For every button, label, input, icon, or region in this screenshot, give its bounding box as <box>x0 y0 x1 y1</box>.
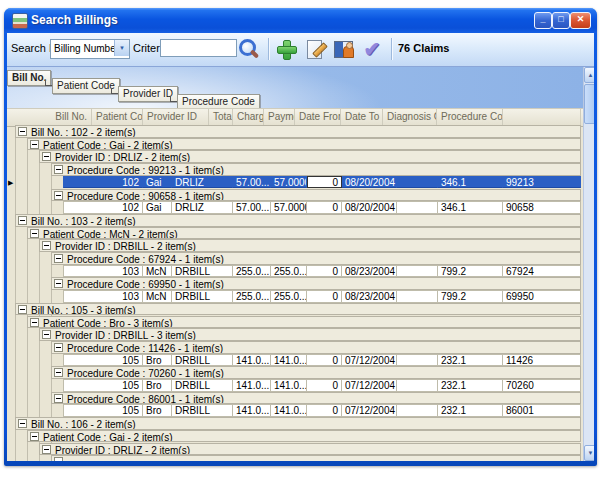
cell-procedure-code[interactable]: 67924 <box>503 265 581 278</box>
cell-charges[interactable]: 141.0... <box>271 379 307 392</box>
close-button[interactable]: ✕ <box>570 12 591 29</box>
collapse-icon[interactable] <box>42 445 51 454</box>
cell-charges[interactable]: 141.0... <box>271 354 307 367</box>
cell-patient-code[interactable]: Bro <box>143 379 172 392</box>
cell-payments[interactable]: 0 <box>307 354 342 367</box>
titlebar[interactable]: Search Billings _ □ ✕ <box>4 8 597 33</box>
cell-payments[interactable]: 0 <box>307 265 342 278</box>
cell-diagnosis-code[interactable]: 232.1 <box>438 404 503 417</box>
cell-diagnosis-code[interactable]: 799.2 <box>438 265 503 278</box>
cell-bill-no[interactable]: 105 <box>63 379 143 392</box>
cell-total[interactable]: 141.0... <box>233 404 271 417</box>
group-row[interactable]: Patient Code : Bro - 3 item(s) <box>27 316 581 329</box>
cell-bill-no[interactable]: 105 <box>63 354 143 367</box>
cell-date-from[interactable]: 08/20/2004 <box>342 176 397 189</box>
group-row[interactable]: Patient Code : Gai - 2 item(s) <box>27 430 581 443</box>
data-row[interactable]: 103McNDRBILL255.0...255.0...008/23/20047… <box>63 290 581 303</box>
cell-payments[interactable]: 0 <box>307 176 342 189</box>
vertical-scrollbar[interactable]: ▲ ▼ <box>583 67 594 461</box>
cell-provider-id[interactable]: DRBILL <box>172 379 233 392</box>
cell-total[interactable]: 255.0... <box>233 265 271 278</box>
group-row[interactable]: Bill No. : 106 - 2 item(s) <box>15 417 581 430</box>
data-row[interactable]: 105BroDRBILL141.0...141.0...007/12/20042… <box>63 354 581 367</box>
cell-charges[interactable]: 57.0000 <box>271 201 307 214</box>
collapse-icon[interactable] <box>42 241 51 250</box>
cell-total[interactable]: 141.0... <box>233 379 271 392</box>
edit-icon[interactable] <box>304 38 328 62</box>
collapse-icon[interactable] <box>54 368 63 377</box>
cell-charges[interactable]: 57.0000 <box>271 176 307 189</box>
cell-payments[interactable]: 0 <box>307 379 342 392</box>
cell-provider-id[interactable]: DRBILL <box>172 265 233 278</box>
criteria-input[interactable] <box>160 39 237 57</box>
collapse-icon[interactable] <box>30 140 39 149</box>
cell-date-to[interactable] <box>397 201 438 214</box>
cell-date-to[interactable] <box>397 379 438 392</box>
cell-date-from[interactable]: 08/20/2004 <box>342 201 397 214</box>
collapse-icon[interactable] <box>18 305 27 314</box>
collapse-icon[interactable] <box>54 279 63 288</box>
collapse-icon[interactable] <box>42 330 51 339</box>
post-icon[interactable]: ✔ <box>360 38 384 62</box>
cell-procedure-code[interactable]: 70260 <box>503 379 581 392</box>
scrollbar-thumb[interactable] <box>584 84 594 124</box>
cell-patient-code[interactable]: Bro <box>143 354 172 367</box>
cell-total[interactable]: 255.0... <box>233 290 271 303</box>
data-row[interactable]: 105BroDRBILL141.0...141.0...007/12/20042… <box>63 379 581 392</box>
cell-payments[interactable]: 0 <box>307 290 342 303</box>
group-row[interactable]: Procedure Code : 86001 - 1 item(s) <box>51 392 581 405</box>
cell-procedure-code[interactable]: 90658 <box>503 201 581 214</box>
collapse-icon[interactable] <box>18 216 27 225</box>
scroll-down-icon[interactable]: ▼ <box>584 445 594 461</box>
cell-procedure-code[interactable]: 99213 <box>503 176 581 189</box>
cell-procedure-code[interactable]: 11426 <box>503 354 581 367</box>
report-icon[interactable] <box>332 38 356 62</box>
cell-bill-no[interactable]: 102 <box>63 176 143 189</box>
collapse-icon[interactable] <box>54 457 63 461</box>
data-row[interactable]: 102GaiDRLIZ57.00...57.0000008/20/2004346… <box>63 201 581 214</box>
cell-patient-code[interactable]: McN <box>143 265 172 278</box>
cell-provider-id[interactable]: DRBILL <box>172 404 233 417</box>
cell-procedure-code[interactable]: 69950 <box>503 290 581 303</box>
search-by-dropdown[interactable]: Billing Number ▼ <box>50 39 130 59</box>
cell-date-from[interactable]: 08/23/2004 <box>342 265 397 278</box>
data-row-selected[interactable]: 102GaiDRLIZ57.00...57.0000008/20/2004346… <box>63 176 581 189</box>
cell-diagnosis-code[interactable]: 799.2 <box>438 290 503 303</box>
collapse-icon[interactable] <box>30 432 39 441</box>
cell-date-from[interactable]: 08/23/2004 <box>342 290 397 303</box>
cell-payments[interactable]: 0 <box>307 201 342 214</box>
collapse-icon[interactable] <box>30 318 39 327</box>
chevron-down-icon[interactable]: ▼ <box>114 40 129 56</box>
cell-bill-no[interactable]: 102 <box>63 201 143 214</box>
group-row[interactable]: Provider ID : DRBILL - 2 item(s) <box>39 239 581 252</box>
cell-provider-id[interactable]: DRBILL <box>172 354 233 367</box>
collapse-icon[interactable] <box>30 229 39 238</box>
cell-total[interactable]: 141.0... <box>233 354 271 367</box>
collapse-icon[interactable] <box>54 165 63 174</box>
group-row[interactable] <box>51 455 581 461</box>
data-row[interactable]: 103McNDRBILL255.0...255.0...008/23/20047… <box>63 265 581 278</box>
search-icon[interactable] <box>237 38 261 62</box>
group-row[interactable]: Bill No. : 105 - 3 item(s) <box>15 303 581 316</box>
cell-procedure-code[interactable]: 86001 <box>503 404 581 417</box>
collapse-icon[interactable] <box>42 152 51 161</box>
scroll-up-icon[interactable]: ▲ <box>584 67 594 83</box>
group-row[interactable]: Bill No. : 102 - 2 item(s) <box>15 125 581 138</box>
cell-bill-no[interactable]: 103 <box>63 290 143 303</box>
cell-bill-no[interactable]: 103 <box>63 265 143 278</box>
cell-date-to[interactable] <box>397 176 438 189</box>
group-row[interactable]: Provider ID : DRLIZ - 2 item(s) <box>39 443 581 456</box>
cell-diagnosis-code[interactable]: 232.1 <box>438 354 503 367</box>
collapse-icon[interactable] <box>54 394 63 403</box>
cell-diagnosis-code[interactable]: 346.1 <box>438 176 503 189</box>
cell-patient-code[interactable]: Gai <box>143 176 172 189</box>
cell-payments[interactable]: 0 <box>307 404 342 417</box>
cell-date-to[interactable] <box>397 265 438 278</box>
cell-charges[interactable]: 255.0... <box>271 265 307 278</box>
group-row[interactable]: Patient Code : McN - 2 item(s) <box>27 227 581 240</box>
group-row[interactable]: Procedure Code : 11426 - 1 item(s) <box>51 341 581 354</box>
cell-provider-id[interactable]: DRBILL <box>172 290 233 303</box>
collapse-icon[interactable] <box>18 419 27 428</box>
minimize-button[interactable]: _ <box>534 12 552 29</box>
group-row[interactable]: Procedure Code : 67924 - 1 item(s) <box>51 252 581 265</box>
